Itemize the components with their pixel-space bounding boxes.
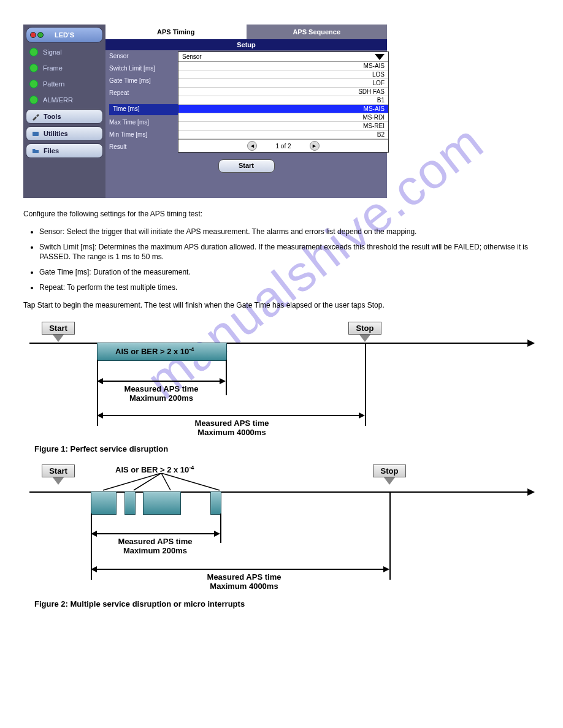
micro-block	[124, 491, 136, 515]
start-marker: Start	[42, 322, 75, 342]
bullet-sensor: Sensor: Select the trigger that will ini…	[39, 227, 540, 237]
start-button[interactable]: Start	[218, 159, 275, 173]
svg-line-1	[103, 473, 161, 490]
stop-marker: Stop	[348, 322, 381, 342]
figure-2: Start Stop AIS or BER > 2 x 10-4	[23, 464, 540, 609]
dropdown-item-selected[interactable]: MS-AIS	[178, 105, 388, 113]
dimension-2	[92, 569, 388, 571]
intro-text: Configure the following settings for the…	[23, 209, 540, 219]
leds-button[interactable]: LED'S	[26, 27, 103, 43]
footer-links	[23, 633, 540, 634]
setup-header: Setup	[105, 39, 387, 50]
dimension-2	[98, 415, 364, 417]
after-text: Tap Start to begin the measurement. The …	[23, 300, 540, 311]
label-min-time: Min Time [ms]	[109, 131, 182, 140]
tab-aps-sequence[interactable]: APS Sequence	[247, 25, 388, 39]
dropdown-title: Sensor	[182, 53, 202, 60]
dimension-1	[92, 533, 219, 535]
label-time: Time [ms]	[109, 104, 182, 115]
label-sensor: Sensor	[109, 53, 182, 61]
tab-aps-timing[interactable]: APS Timing	[105, 25, 247, 39]
arrow-down-icon	[53, 335, 64, 342]
arrow-down-icon	[53, 477, 64, 485]
arrow-down-icon	[384, 477, 395, 485]
main-panel: APS Timing APS Sequence Setup Sensor Swi…	[105, 25, 387, 198]
dropdown-item[interactable]: MS-REI	[178, 122, 388, 131]
micro-block	[210, 491, 221, 515]
dropdown-item[interactable]: SDH FAS	[178, 88, 388, 96]
tools-button[interactable]: Tools	[26, 109, 103, 124]
micro-block	[91, 491, 117, 515]
svg-rect-0	[33, 132, 39, 136]
files-icon	[31, 146, 40, 155]
label-repeat: Repeat	[109, 89, 182, 98]
dropdown-item[interactable]: LOF	[178, 79, 388, 88]
figure-1: Start Stop AIS or BER > 2 x 10-4 Measure…	[23, 322, 540, 453]
arrow-down-icon	[359, 335, 370, 342]
status-frame: Frame	[26, 61, 103, 75]
svg-line-2	[134, 473, 161, 490]
block-label: AIS or BER > 2 x 10-4	[115, 346, 194, 356]
dropdown-arrow-icon	[375, 54, 385, 60]
dimension-1	[98, 381, 224, 382]
leds-label: LED'S	[55, 31, 74, 39]
figure-2-caption: Figure 2: Multiple service disruption or…	[34, 599, 540, 609]
app-window: LED'S Signal Frame Pattern ALM/ERR Tools…	[23, 25, 387, 198]
pager-prev-icon[interactable]: ◄	[247, 141, 257, 151]
pager-label: 1 of 2	[275, 143, 291, 150]
dropdown-item[interactable]: MS-AIS	[178, 62, 388, 70]
status-signal: Signal	[26, 45, 103, 59]
params-area: Sensor Switch Limit [ms] Gate Time [ms] …	[105, 50, 387, 154]
bullet-repeat: Repeat: To perform the test multiple tim…	[39, 282, 540, 293]
tools-icon	[31, 112, 40, 121]
stop-marker: Stop	[373, 464, 406, 485]
status-pattern: Pattern	[26, 77, 103, 91]
sidebar: LED'S Signal Frame Pattern ALM/ERR Tools…	[23, 25, 105, 198]
status-almerr: ALM/ERR	[26, 93, 103, 107]
dropdown-item[interactable]: LOS	[178, 70, 388, 79]
label-gate-time: Gate Time [ms]	[109, 77, 182, 86]
pager-next-icon[interactable]: ►	[310, 141, 320, 151]
figure-1-caption: Figure 1: Perfect service disruption	[34, 444, 540, 453]
label-switch-limit: Switch Limit [ms]	[109, 65, 182, 74]
utilities-icon	[31, 129, 40, 138]
sensor-dropdown[interactable]: Sensor MS-AIS LOS LOF SDH FAS B1 MS-AIS …	[178, 51, 389, 153]
bullet-gate-time: Gate Time [ms]: Duration of the measurem…	[39, 267, 540, 278]
start-marker: Start	[42, 464, 75, 485]
fan-arrows	[91, 473, 232, 491]
dropdown-item[interactable]: B2	[178, 131, 388, 139]
micro-block	[143, 491, 181, 515]
utilities-button[interactable]: Utilities	[26, 126, 103, 141]
svg-line-4	[161, 473, 220, 490]
files-button[interactable]: Files	[26, 143, 103, 158]
bullet-switch-limit: Switch Limit [ms]: Determines the maximu…	[39, 242, 540, 263]
dropdown-item[interactable]: MS-RDI	[178, 113, 388, 122]
label-max-time: Max Time [ms]	[109, 119, 182, 127]
dropdown-item[interactable]: B1	[178, 96, 388, 105]
label-result: Result	[109, 143, 182, 152]
